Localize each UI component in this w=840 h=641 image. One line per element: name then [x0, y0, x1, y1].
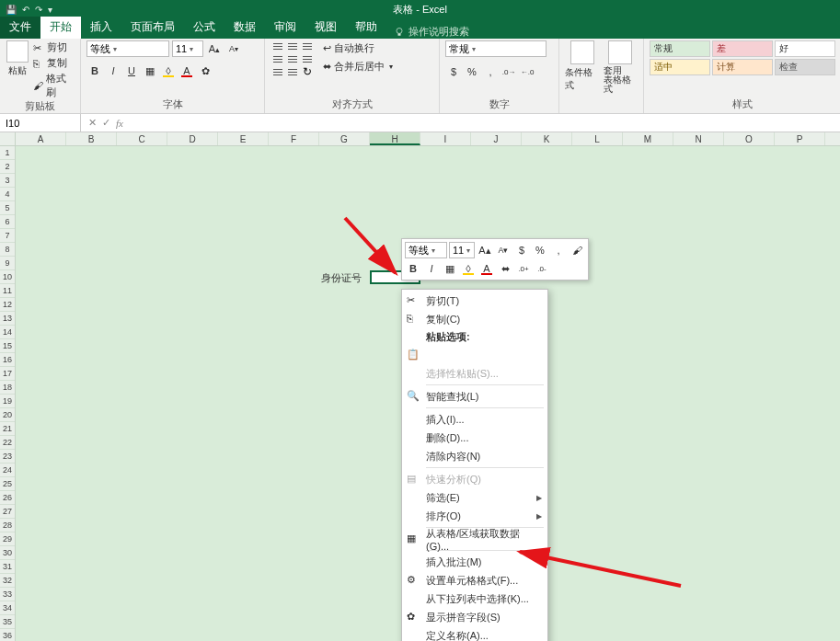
align-top-button[interactable] [270, 40, 284, 52]
decrease-font-button[interactable]: A▾ [225, 40, 242, 57]
row-header-19[interactable]: 19 [0, 395, 15, 408]
ctx-sort[interactable]: 排序(O)▶ [402, 507, 547, 525]
row-header-12[interactable]: 12 [0, 298, 15, 312]
fill-color-button[interactable]: ◊ [160, 63, 177, 79]
paste-button[interactable]: 粘贴 [6, 40, 29, 77]
align-right-button[interactable] [300, 53, 314, 64]
ctx-insert-comment[interactable]: 插入批注(M) [402, 553, 547, 571]
redo-icon[interactable]: ↷ [35, 5, 42, 15]
tab-page-layout[interactable]: 页面布局 [121, 17, 184, 39]
font-size-combo[interactable]: 11▾ [172, 40, 203, 57]
row-header-18[interactable]: 18 [0, 381, 15, 395]
column-header-H[interactable]: H [370, 132, 420, 145]
row-header-24[interactable]: 24 [0, 464, 15, 477]
mini-dec-decimal-button[interactable]: .0- [534, 260, 550, 277]
row-header-31[interactable]: 31 [0, 560, 15, 574]
ctx-get-data[interactable]: ▦从表格/区域获取数据(G)... [402, 530, 547, 548]
row-header-5[interactable]: 5 [0, 201, 15, 215]
column-header-L[interactable]: L [572, 132, 623, 145]
increase-font-button[interactable]: A▴ [206, 40, 223, 57]
copy-button[interactable]: ⎘复制 [33, 56, 75, 70]
ctx-copy[interactable]: ⎘复制(C) [402, 310, 547, 328]
merge-center-button[interactable]: ⬌合并后居中▾ [323, 59, 393, 74]
border-button[interactable]: ▦ [142, 63, 158, 79]
phonetic-guide-button[interactable]: ✿ [197, 63, 213, 79]
row-header-28[interactable]: 28 [0, 519, 15, 532]
enter-icon[interactable]: ✓ [102, 117, 110, 129]
row-header-33[interactable]: 33 [0, 588, 15, 601]
font-name-combo[interactable]: 等线▾ [86, 40, 169, 57]
row-header-4[interactable]: 4 [0, 188, 15, 201]
style-neutral[interactable]: 适中 [650, 59, 710, 75]
row-header-36[interactable]: 36 [0, 629, 15, 641]
mini-format-painter-button[interactable]: 🖌 [569, 242, 585, 258]
mini-merge-button[interactable]: ⬌ [497, 260, 513, 277]
tell-me-search[interactable]: 操作说明搜索 [386, 25, 477, 39]
row-header-22[interactable]: 22 [0, 436, 15, 450]
align-middle-button[interactable] [285, 40, 299, 52]
percent-format-button[interactable]: % [464, 63, 480, 80]
qat-dropdown-icon[interactable]: ▾ [48, 5, 52, 15]
fx-icon[interactable]: fx [116, 118, 123, 129]
column-header-F[interactable]: F [269, 132, 319, 145]
font-color-button[interactable]: A [178, 63, 195, 79]
row-header-30[interactable]: 30 [0, 546, 15, 560]
style-bad[interactable]: 差 [712, 40, 773, 57]
align-left-button[interactable] [270, 53, 284, 64]
tab-review[interactable]: 审阅 [265, 17, 305, 39]
orientation-button[interactable]: ↻ [300, 66, 314, 77]
row-header-11[interactable]: 11 [0, 284, 15, 298]
ctx-delete[interactable]: 删除(D)... [402, 429, 547, 447]
mini-font-color-button[interactable]: A [478, 260, 495, 277]
row-header-16[interactable]: 16 [0, 353, 15, 367]
row-header-26[interactable]: 26 [0, 491, 15, 505]
column-header-G[interactable]: G [319, 132, 370, 145]
mini-dec-font-button[interactable]: A▾ [495, 242, 512, 258]
mini-italic-button[interactable]: I [423, 260, 440, 277]
tab-home[interactable]: 开始 [40, 17, 81, 39]
row-header-25[interactable]: 25 [0, 477, 15, 491]
number-format-combo[interactable]: 常规▾ [445, 40, 547, 57]
tab-data[interactable]: 数据 [224, 17, 265, 39]
mini-font-combo[interactable]: 等线▾ [405, 242, 447, 258]
ctx-pick-list[interactable]: 从下拉列表中选择(K)... [402, 589, 547, 608]
increase-indent-button[interactable] [285, 66, 299, 77]
select-all-corner[interactable] [0, 132, 15, 146]
ctx-phonetic[interactable]: ✿显示拼音字段(S) [402, 608, 547, 626]
tab-help[interactable]: 帮助 [346, 17, 386, 39]
row-header-29[interactable]: 29 [0, 532, 15, 546]
italic-button[interactable]: I [105, 63, 121, 79]
column-header-K[interactable]: K [522, 132, 572, 145]
row-header-13[interactable]: 13 [0, 312, 15, 326]
row-header-17[interactable]: 17 [0, 367, 15, 381]
mini-bold-button[interactable]: B [405, 260, 421, 277]
cancel-icon[interactable]: ✕ [88, 117, 97, 129]
mini-percent-button[interactable]: % [532, 242, 548, 258]
row-header-20[interactable]: 20 [0, 408, 15, 422]
style-good[interactable]: 好 [775, 40, 835, 57]
align-bottom-button[interactable] [300, 40, 314, 52]
save-icon[interactable]: 💾 [6, 5, 17, 15]
style-calc[interactable]: 计算 [712, 59, 773, 75]
format-as-table-button[interactable]: 套用 表格格式 [604, 40, 639, 94]
style-check[interactable]: 检查 [775, 59, 835, 75]
row-header-27[interactable]: 27 [0, 505, 15, 519]
row-header-7[interactable]: 7 [0, 229, 15, 243]
mini-fill-button[interactable]: ◊ [460, 260, 477, 277]
ctx-format-cells[interactable]: ⚙设置单元格格式(F)... [402, 571, 547, 589]
ctx-cut[interactable]: ✂剪切(T) [402, 292, 547, 310]
row-header-6[interactable]: 6 [0, 215, 15, 229]
row-header-34[interactable]: 34 [0, 601, 15, 615]
row-header-23[interactable]: 23 [0, 450, 15, 464]
row-header-9[interactable]: 9 [0, 257, 15, 270]
tab-formulas[interactable]: 公式 [184, 17, 224, 39]
bold-button[interactable]: B [86, 63, 103, 79]
mini-accounting-button[interactable]: $ [513, 242, 530, 258]
ctx-filter[interactable]: 筛选(E)▶ [402, 488, 547, 507]
column-header-M[interactable]: M [623, 132, 673, 145]
mini-size-combo[interactable]: 11▾ [449, 242, 475, 258]
column-header-J[interactable]: J [471, 132, 522, 145]
ctx-smart-lookup[interactable]: 🔍智能查找(L) [402, 387, 547, 406]
mini-comma-button[interactable]: , [550, 242, 567, 258]
ctx-paste-default[interactable]: 📋 [402, 346, 547, 364]
